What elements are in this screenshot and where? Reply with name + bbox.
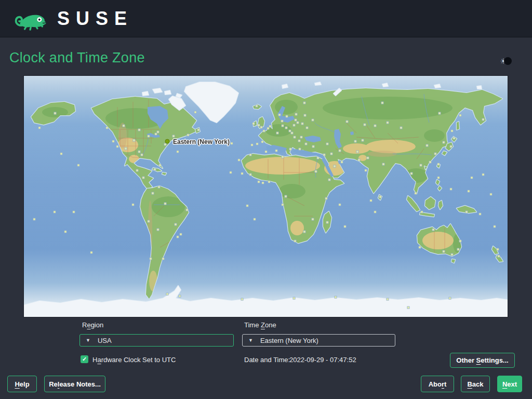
timezone-marker[interactable] [133, 139, 135, 141]
timezone-marker[interactable] [138, 151, 140, 153]
back-button[interactable]: Back [461, 376, 490, 392]
timezone-marker[interactable] [136, 169, 138, 171]
timezone-marker[interactable] [148, 135, 150, 137]
timezone-marker[interactable] [420, 164, 422, 166]
timezone-marker[interactable] [325, 197, 327, 200]
timezone-marker[interactable] [421, 211, 423, 213]
timezone-marker[interactable] [330, 153, 332, 155]
timezone-marker[interactable] [323, 154, 325, 156]
timezone-marker[interactable] [451, 254, 453, 256]
timezone-marker[interactable] [438, 112, 441, 114]
timezone-marker[interactable] [194, 111, 196, 113]
timezone-marker[interactable] [381, 102, 383, 104]
timezone-marker[interactable] [387, 122, 389, 124]
timezone-marker[interactable] [379, 196, 381, 198]
timezone-marker[interactable] [453, 137, 455, 139]
timezone-marker[interactable] [38, 127, 41, 129]
timezone-marker[interactable] [303, 231, 305, 233]
timezone-marker[interactable] [335, 296, 337, 298]
timezone-marker[interactable] [362, 139, 364, 141]
timezone-marker[interactable] [54, 211, 56, 213]
timezone-marker[interactable] [90, 251, 92, 254]
timezone-marker[interactable] [262, 182, 264, 184]
timezone-marker[interactable] [106, 127, 108, 129]
timezone-marker[interactable] [125, 148, 127, 150]
timezone-marker[interactable] [249, 174, 251, 176]
timezone-marker[interactable] [230, 171, 232, 174]
timezone-marker[interactable] [197, 129, 200, 131]
timezone-marker[interactable] [254, 218, 256, 220]
timezone-marker[interactable] [328, 179, 330, 181]
timezone-marker[interactable] [148, 220, 150, 222]
timezone-marker[interactable] [356, 151, 358, 153]
timezone-marker[interactable] [306, 127, 308, 129]
timezone-marker[interactable] [354, 140, 356, 142]
timezone-marker[interactable] [116, 145, 118, 148]
timezone-marker[interactable] [112, 140, 114, 142]
timezone-marker[interactable] [282, 204, 284, 206]
timezone-marker[interactable] [295, 119, 297, 121]
timezone-marker[interactable] [54, 112, 56, 114]
timezone-marker[interactable] [281, 120, 283, 122]
timezone-marker[interactable] [346, 121, 348, 123]
timezone-marker[interactable] [282, 156, 284, 158]
timezone-marker[interactable] [312, 119, 314, 121]
timezone-marker[interactable] [415, 192, 417, 194]
timezone-marker[interactable] [256, 143, 258, 145]
timezone-marker[interactable] [132, 204, 134, 206]
timezone-marker[interactable] [459, 114, 461, 116]
timezone-marker[interactable] [450, 145, 452, 148]
timezone-marker[interactable] [382, 163, 384, 165]
timezone-marker[interactable] [291, 132, 293, 134]
timezone-marker[interactable] [326, 221, 328, 223]
timezone-marker[interactable] [33, 218, 35, 220]
timezone-marker[interactable] [339, 150, 341, 152]
timezone-marker[interactable] [339, 204, 341, 206]
timezone-marker[interactable] [434, 153, 436, 155]
timezone-marker[interactable] [301, 123, 303, 125]
timezone-marker[interactable] [267, 127, 269, 129]
timezone-marker[interactable] [449, 297, 451, 299]
timezone-marker[interactable] [419, 246, 421, 248]
timezone-marker[interactable] [150, 258, 152, 260]
timezone-marker[interactable] [457, 248, 459, 250]
timezone-marker[interactable] [299, 148, 301, 150]
timezone-marker[interactable] [400, 127, 402, 129]
timezone-marker[interactable] [432, 229, 434, 231]
region-dropdown[interactable]: ▼ USA [79, 334, 234, 347]
timezone-marker[interactable] [490, 193, 492, 195]
timezone-marker[interactable] [155, 133, 157, 135]
timezone-marker[interactable] [295, 113, 297, 115]
timezone-marker[interactable] [275, 150, 277, 152]
selected-timezone-marker[interactable]: Eastern (New York) [165, 138, 230, 145]
timezone-marker[interactable] [317, 157, 319, 159]
timezone-marker[interactable] [303, 102, 305, 104]
timezone-marker[interactable] [312, 218, 314, 220]
abort-button[interactable]: Abort [421, 376, 454, 392]
timezone-marker[interactable] [459, 240, 461, 242]
timezone-marker[interactable] [367, 157, 369, 159]
timezone-marker[interactable] [231, 142, 233, 144]
other-settings-button[interactable]: Other Settings... [450, 353, 515, 368]
timezone-marker[interactable] [152, 192, 154, 194]
timezone-marker[interactable] [158, 186, 160, 188]
timezone-marker[interactable] [285, 195, 287, 197]
timezone-marker[interactable] [358, 159, 360, 161]
hardware-clock-checkbox[interactable]: ✓ [81, 355, 88, 363]
timezone-marker[interactable] [374, 211, 376, 213]
timezone-marker[interactable] [166, 293, 168, 295]
timezone-marker[interactable] [154, 168, 156, 170]
timezone-marker[interactable] [482, 118, 484, 121]
timezone-marker[interactable] [282, 125, 284, 127]
timezone-marker[interactable] [64, 231, 66, 233]
timezone-marker[interactable] [278, 114, 281, 116]
timezone-marker[interactable] [241, 298, 243, 300]
dark-mode-toggle[interactable]: ☀ [500, 55, 515, 66]
timezone-marker[interactable] [365, 169, 367, 171]
timezone-marker[interactable] [162, 258, 164, 260]
timezone-marker[interactable] [73, 211, 75, 213]
timezone-marker[interactable] [344, 225, 346, 228]
timezone-marker[interactable] [263, 130, 265, 132]
timezone-marker[interactable] [300, 136, 302, 138]
timezone-marker[interactable] [180, 233, 182, 235]
